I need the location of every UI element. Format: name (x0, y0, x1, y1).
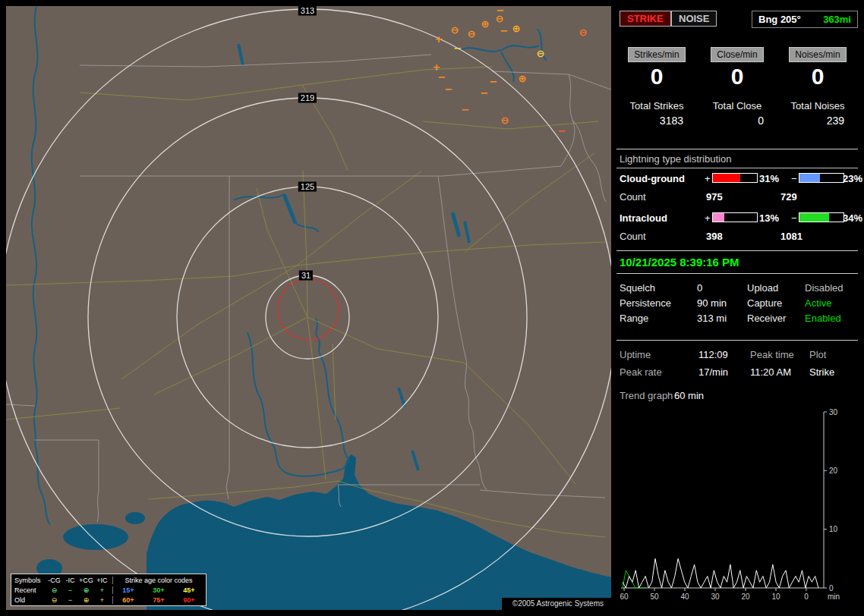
total-strikes-label: Total Strikes (616, 100, 697, 112)
strike-symbol-icn: − (490, 76, 498, 87)
total-noises-column: Total Noises 239 (777, 100, 858, 127)
total-close-label: Total Close (697, 100, 777, 112)
close-per-min-label: Close/min (711, 47, 763, 62)
cloud-ground-label: Cloud-ground (620, 173, 685, 184)
strike-symbol-cgn: ⊖ (579, 27, 588, 38)
strike-symbol-cgp: ⊕ (512, 23, 521, 34)
plus-sign: + (705, 173, 711, 184)
total-close-value: 0 (697, 115, 777, 127)
intracloud-count-row: Count 398 1081 (616, 231, 858, 243)
lightning-map[interactable]: 313 219 125 31 +−⊖⊖⊕⊖−−⊕⊖⊖⊕−−−−⊖−+− Symb… (6, 6, 611, 610)
separator (616, 149, 858, 149)
trend-graph: 30201006050403020100min (616, 407, 858, 608)
age-15: 15+ (113, 586, 143, 594)
noises-per-min-label: Noises/min (789, 47, 846, 62)
strike-symbol-cgn: ⊖ (451, 24, 459, 36)
upload-label: Upload (747, 282, 778, 294)
status-panel: STRIKE NOISE Bng 205° 363mi Strikes/min … (616, 6, 858, 610)
legend-old-label: Old (13, 596, 46, 604)
squelch-label: Squelch (620, 282, 655, 294)
ic-neg-icon: − (62, 586, 78, 594)
legend-col-ic-pos: +IC (94, 577, 110, 584)
persistence-value: 90 min (697, 297, 727, 309)
cg-pos-icon: ⊕ (78, 596, 94, 604)
svg-text:min: min (828, 592, 840, 601)
minus-sign: − (791, 212, 797, 224)
range-ring-label-31: 31 (299, 271, 313, 281)
svg-text:50: 50 (650, 592, 659, 601)
cg-positive-bar (712, 173, 758, 183)
legend-col-cg-pos: +CG (78, 577, 94, 584)
status-row: Uptime 112:09 Peak time Plot (616, 349, 858, 366)
uptime-label: Uptime (620, 349, 651, 360)
strike-symbol-cgn: ⊖ (501, 115, 509, 126)
cg-neg-icon: ⊖ (46, 596, 62, 604)
total-strikes-value: 3183 (616, 115, 697, 127)
svg-text:10: 10 (771, 592, 780, 601)
ic-positive-percent: 13% (759, 212, 779, 224)
trend-graph-label: Trend graph (620, 390, 673, 401)
plus-sign: + (705, 212, 711, 224)
ic-positive-bar (712, 212, 758, 222)
svg-text:20: 20 (741, 592, 750, 601)
distribution-title: Lightning type distribution (616, 153, 858, 168)
minus-sign: − (791, 173, 797, 184)
range-ring-label-125: 125 (298, 182, 317, 192)
upload-status: Disabled (805, 282, 844, 294)
svg-text:10: 10 (829, 525, 838, 533)
svg-text:40: 40 (680, 592, 689, 601)
peak-rate-value: 17/min (698, 366, 728, 378)
peak-time-label: Peak time (750, 349, 794, 360)
strikes-per-min-column: Strikes/min 0 (616, 47, 697, 89)
panel-header: STRIKE NOISE Bng 205° 363mi (616, 11, 858, 29)
receiver-status: Enabled (805, 313, 841, 324)
svg-text:20: 20 (829, 467, 838, 475)
squelch-value: 0 (697, 282, 702, 294)
noise-indicator-button[interactable]: NOISE (671, 11, 717, 27)
close-per-min-value: 0 (697, 64, 777, 89)
svg-text:60: 60 (620, 592, 629, 601)
close-per-min-column: Close/min 0 (697, 47, 777, 89)
peak-time-value: 11:20 AM (750, 366, 791, 378)
distance-value: 363mi (823, 14, 851, 25)
cg-positive-percent: 31% (759, 173, 779, 184)
legend-age-header: Strike age color codes (113, 577, 204, 584)
datetime-display: 10/21/2025 8:39:16 PM (616, 250, 858, 274)
cg-neg-icon: ⊖ (46, 586, 62, 594)
legend-header-row: Symbols -CG -IC +CG +IC Strike age color… (13, 575, 204, 585)
total-counters: Total Strikes 3183 Total Close 0 Total N… (616, 100, 858, 127)
status-grid: Uptime 112:09 Peak time Plot Peak rate 1… (616, 349, 858, 384)
cg-negative-count: 729 (780, 191, 797, 203)
strikes-per-min-label: Strikes/min (628, 47, 685, 62)
strike-symbol-icn: − (497, 6, 505, 16)
total-strikes-column: Total Strikes 3183 (616, 100, 697, 127)
total-noises-label: Total Noises (777, 100, 858, 112)
range-ring-label-219: 219 (298, 93, 317, 103)
settings-grid: Squelch 0 Upload Disabled Persistence 90… (616, 282, 858, 328)
strike-symbol-icn: − (500, 25, 509, 36)
legend-col-ic-neg: -IC (62, 577, 78, 584)
strike-symbol-cgp: ⊕ (519, 73, 527, 84)
bearing-distance-box: Bng 205° 363mi (752, 11, 858, 28)
map-legend: Symbols -CG -IC +CG +IC Strike age color… (11, 574, 207, 606)
separator (616, 340, 858, 341)
settings-row: Squelch 0 Upload Disabled (616, 282, 858, 297)
range-label: Range (620, 313, 648, 324)
strike-symbol-icn: − (558, 125, 566, 137)
strike-symbol-cgp: ⊕ (481, 18, 490, 30)
ic-neg-icon: − (62, 596, 78, 604)
range-ring-label-313: 313 (298, 6, 317, 16)
count-label: Count (620, 191, 646, 203)
ic-negative-bar (799, 212, 844, 222)
receiver-label: Receiver (747, 313, 786, 324)
strike-indicator-button[interactable]: STRIKE (620, 11, 671, 27)
settings-row: Range 313 mi Receiver Enabled (616, 313, 858, 328)
ic-negative-count: 1081 (780, 231, 803, 242)
strike-symbol-cgn: ⊖ (468, 28, 476, 39)
total-noises-value: 239 (777, 115, 858, 127)
strike-symbol-cgn: ⊖ (537, 48, 545, 59)
cg-positive-count: 975 (706, 191, 723, 203)
strike-symbol-icn: − (462, 104, 470, 115)
age-75: 75+ (143, 596, 174, 604)
plot-value: Strike (809, 366, 834, 378)
